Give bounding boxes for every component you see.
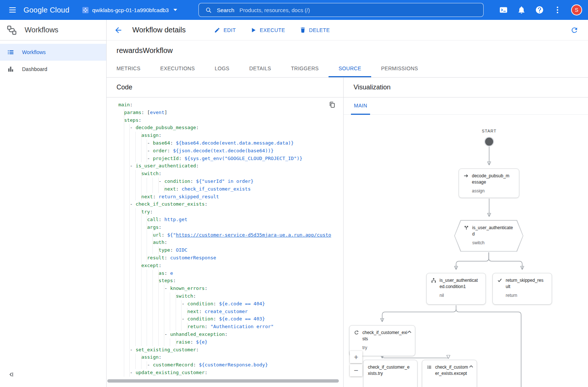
horizontal-scrollbar[interactable] [107, 379, 339, 383]
code-editor[interactable]: main:params: [event]steps:- decode_pubsu… [107, 97, 343, 387]
code-line: args: [118, 224, 343, 231]
code-block: main:params: [event]steps:- decode_pubsu… [118, 101, 343, 377]
google-cloud-logo: Google Cloud [24, 6, 69, 14]
check-icon [497, 278, 503, 283]
code-line: type: OIDC [118, 246, 343, 254]
code-line: assign: [118, 354, 343, 361]
code-line: steps: [118, 117, 343, 124]
code-panel-header: Code [107, 78, 343, 97]
dashboard-icon [7, 65, 14, 73]
delete-button[interactable]: DELETE [300, 27, 330, 33]
arrow-right-icon [463, 173, 469, 178]
zoom-out-button[interactable]: − [350, 364, 362, 376]
tree-icon [431, 278, 437, 283]
toolbar: Workflow details EDITEXECUTEDELETE [107, 20, 588, 40]
workflow-name: rewardsWorkflow [116, 46, 173, 55]
topbar: Google Cloud qwiklabs-gcp-01-1a990bfcadb… [0, 0, 588, 20]
code-line: try: [118, 208, 343, 216]
sidebar-item-label: Workflows [22, 49, 46, 55]
node-is_user_authenticated[interactable]: is_user_authenticatedswitch [454, 220, 523, 252]
topbar-left: Google Cloud qwiklabs-gcp-01-1a990bfcadb… [0, 3, 177, 17]
refresh-button[interactable] [570, 26, 578, 34]
copy-code-icon[interactable] [329, 101, 336, 109]
node-check_if_customer_exists.try[interactable]: check_if_customer_exists.try [363, 360, 417, 387]
node-label: check_if_customer_exists [362, 330, 411, 342]
node-type-label: switch [464, 240, 517, 245]
code-line: - condition: ${e.code == 403} [118, 315, 343, 323]
code-line: raise: ${e} [118, 338, 343, 346]
tab-logs[interactable]: LOGS [205, 60, 239, 77]
avatar[interactable]: S [571, 4, 582, 15]
search-bar[interactable]: Search Products, resources, docs (/) [198, 3, 484, 17]
code-line: - condition: ${"userId" in order} [118, 178, 343, 185]
code-line: as: e [118, 270, 343, 277]
node-decode_pubsub_message[interactable]: decode_pubsub_messageassign [459, 168, 519, 198]
code-line: steps: [118, 277, 343, 285]
code-line: - unhandled_exception: [118, 331, 343, 338]
start-node[interactable] [485, 138, 493, 146]
sidebar-item-label: Dashboard [22, 66, 47, 72]
node-label: is_user_authenticated.condition1 [440, 277, 482, 290]
search-icon [205, 7, 212, 14]
cloud-shell-icon[interactable] [499, 6, 508, 14]
workflows-product-icon [6, 25, 17, 36]
help-icon[interactable] [535, 6, 544, 14]
sidebar: Workflows WorkflowsDashboard [0, 20, 107, 387]
topbar-right: S [499, 0, 582, 20]
chevron-up-icon[interactable] [469, 365, 473, 368]
sidebar-item-workflows[interactable]: Workflows [0, 44, 106, 61]
collapse-sidebar-icon[interactable] [7, 371, 15, 378]
pencil-icon [214, 27, 220, 33]
node-type-label: nil [431, 293, 482, 298]
code-line: - order: ${json.decode(text.decode(base6… [118, 147, 343, 155]
code-panel-title: Code [116, 84, 132, 91]
tab-metrics[interactable]: METRICS [107, 60, 150, 77]
code-line: params: [event] [118, 109, 343, 117]
node-label: is_user_authenticated [472, 225, 517, 238]
node-type-label: try [354, 345, 411, 350]
project-selector[interactable]: qwiklabs-gcp-01-1a990bfcadb3 [82, 7, 177, 14]
execute-button[interactable]: EXECUTE [251, 27, 285, 33]
back-button[interactable] [114, 26, 123, 35]
action-label: EDIT [223, 27, 236, 33]
node-return_skipped_result[interactable]: return_skipped_resultreturn [492, 273, 552, 305]
sidebar-title: Workflows [25, 26, 58, 34]
zoom-controls: + − [350, 351, 362, 377]
menu-icon[interactable] [5, 3, 20, 17]
trash-icon [300, 27, 306, 33]
tab-executions[interactable]: EXECUTIONS [150, 60, 205, 77]
toolbar-actions: EDITEXECUTEDELETE [214, 27, 330, 33]
node-label: return_skipped_result [506, 277, 548, 290]
code-line: next: create_customer [118, 308, 343, 316]
chevron-up-icon[interactable] [407, 330, 412, 333]
viz-canvas: START + − decode_pubsub_messageassignis_… [344, 115, 588, 387]
code-line: switch: [118, 292, 343, 300]
code-line: switch: [118, 170, 343, 178]
call-split-icon [464, 225, 469, 230]
code-line: except: [118, 262, 343, 270]
tab-triggers[interactable]: TRIGGERS [281, 60, 329, 77]
code-line: call: http.get [118, 216, 343, 224]
node-type-label: return [497, 293, 548, 298]
zoom-in-button[interactable]: + [350, 351, 362, 363]
node-is_user_authenticated.condition1[interactable]: is_user_authenticated.condition1nil [426, 273, 486, 305]
code-line: - projectId: ${sys.get_env("GOOGLE_CLOUD… [118, 155, 343, 163]
code-line: return: "Authentication error" [118, 323, 343, 331]
tab-bar: METRICSEXECUTIONSLOGSDETAILSTRIGGERSSOUR… [107, 60, 588, 78]
code-line: - check_if_customer_exists: [118, 200, 343, 208]
viz-panel-header: Visualization [344, 78, 588, 97]
node-check_if_customer_exists.except[interactable]: check_if_customer_exists.except [422, 360, 477, 387]
edit-button[interactable]: EDIT [214, 27, 236, 33]
tab-permissions[interactable]: PERMISSIONS [371, 60, 428, 77]
retry-icon [354, 330, 359, 335]
code-panel: Code main:params: [event]steps:- decode_… [107, 78, 344, 387]
tab-details[interactable]: DETAILS [239, 60, 281, 77]
code-line: - known_errors: [118, 285, 343, 292]
tab-source[interactable]: SOURCE [329, 60, 371, 77]
sidebar-item-dashboard[interactable]: Dashboard [0, 61, 106, 78]
more-options-kebab-icon[interactable] [553, 6, 562, 14]
action-label: DELETE [309, 27, 330, 33]
tab-main[interactable]: MAIN [351, 97, 370, 115]
notifications-bell-icon[interactable] [517, 6, 526, 14]
code-line: - set_existing_customer: [118, 346, 343, 354]
